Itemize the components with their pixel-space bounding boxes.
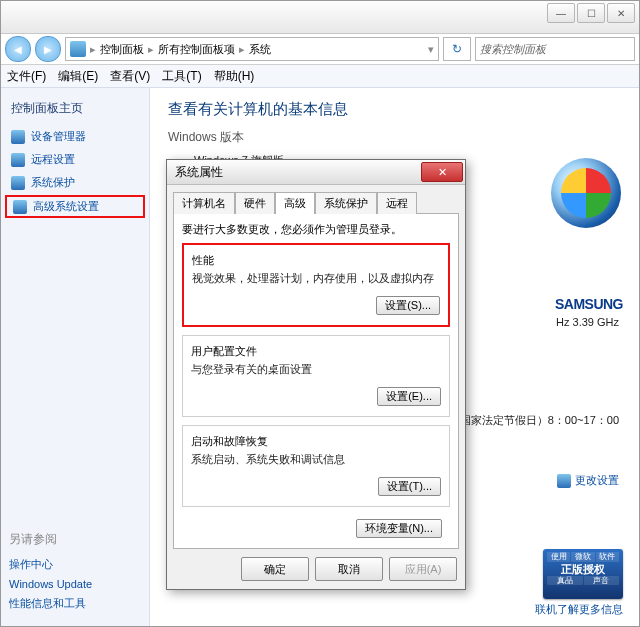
performance-settings-button[interactable]: 设置(S)... [376, 296, 440, 315]
shield-icon [11, 176, 25, 190]
cancel-button[interactable]: 取消 [315, 557, 383, 581]
sidebar-item-protection[interactable]: 系统保护 [1, 171, 149, 194]
see-also-header: 另请参阅 [9, 531, 141, 548]
edition-label: Windows 版本 [168, 129, 621, 146]
profiles-settings-button[interactable]: 设置(E)... [377, 387, 441, 406]
sidebar: 控制面板主页 设备管理器 远程设置 系统保护 高级系统设置 另请参阅 操作中心 … [1, 88, 150, 627]
environment-variables-button[interactable]: 环境变量(N)... [356, 519, 442, 538]
refresh-button[interactable]: ↻ [443, 37, 471, 61]
tab-system-protection[interactable]: 系统保护 [315, 192, 377, 214]
sidebar-item-device-manager[interactable]: 设备管理器 [1, 125, 149, 148]
sidebar-item-label: 设备管理器 [31, 129, 86, 144]
search-input[interactable]: 搜索控制面板 [475, 37, 635, 61]
sidebar-item-label: 系统保护 [31, 175, 75, 190]
sidebar-item-label: 远程设置 [31, 152, 75, 167]
tab-advanced[interactable]: 高级 [275, 192, 315, 214]
breadcrumb-seg[interactable]: 系统 [249, 42, 271, 57]
titlebar: — ☐ ✕ [1, 1, 639, 34]
badge-cell: 真品 [547, 576, 583, 586]
genuine-badge: 使用微软软件 正版授权 真品声音 [543, 549, 623, 599]
breadcrumb-seg[interactable]: 控制面板 [100, 42, 144, 57]
page-title: 查看有关计算机的基本信息 [168, 100, 621, 119]
menu-view[interactable]: 查看(V) [110, 68, 150, 85]
support-hours: 国家法定节假日）8：00~17：00 [460, 413, 619, 428]
dialog-close-button[interactable]: ✕ [421, 162, 463, 182]
link-performance-info[interactable]: 性能信息和工具 [9, 593, 141, 614]
admin-note: 要进行大多数更改，您必须作为管理员登录。 [182, 222, 450, 237]
shield-icon [557, 474, 571, 488]
system-properties-dialog: 系统属性 ✕ 计算机名 硬件 高级 系统保护 远程 要进行大多数更改，您必须作为… [166, 159, 466, 590]
minimize-button[interactable]: — [547, 3, 575, 23]
link-windows-update[interactable]: Windows Update [9, 575, 141, 593]
windows-logo-icon [551, 158, 621, 228]
group-user-profiles: 用户配置文件 与您登录有关的桌面设置 设置(E)... [182, 335, 450, 417]
link-action-center[interactable]: 操作中心 [9, 554, 141, 575]
menu-file[interactable]: 文件(F) [7, 68, 46, 85]
badge-cell: 使用 [547, 552, 570, 562]
ok-button[interactable]: 确定 [241, 557, 309, 581]
breadcrumb-seg[interactable]: 所有控制面板项 [158, 42, 235, 57]
link-label: 更改设置 [575, 473, 619, 488]
badge-cell: 软件 [596, 552, 619, 562]
group-title: 启动和故障恢复 [191, 434, 441, 449]
sidebar-item-remote[interactable]: 远程设置 [1, 148, 149, 171]
change-settings-link[interactable]: 更改设置 [557, 473, 619, 488]
menu-edit[interactable]: 编辑(E) [58, 68, 98, 85]
dialog-buttons: 确定 取消 应用(A) [167, 549, 465, 589]
close-button[interactable]: ✕ [607, 3, 635, 23]
menu-bar: 文件(F) 编辑(E) 查看(V) 工具(T) 帮助(H) [1, 65, 639, 88]
sidebar-header: 控制面板主页 [1, 96, 149, 125]
shield-icon [11, 130, 25, 144]
oem-brand: SAMSUNG [555, 296, 623, 312]
group-title: 用户配置文件 [191, 344, 441, 359]
sidebar-item-label: 高级系统设置 [33, 199, 99, 214]
cpu-speed: Hz 3.39 GHz [556, 316, 619, 328]
tab-remote[interactable]: 远程 [377, 192, 417, 214]
address-bar: ◀ ▶ ▸ 控制面板 ▸ 所有控制面板项 ▸ 系统 ▾ ↻ 搜索控制面板 [1, 34, 639, 65]
shield-icon [13, 200, 27, 214]
tab-panel-advanced: 要进行大多数更改，您必须作为管理员登录。 性能 视觉效果，处理器计划，内存使用，… [173, 213, 459, 549]
chevron-right-icon: ▸ [90, 43, 96, 56]
group-desc: 系统启动、系统失败和调试信息 [191, 452, 441, 467]
breadcrumb[interactable]: ▸ 控制面板 ▸ 所有控制面板项 ▸ 系统 ▾ [65, 37, 439, 61]
system-window: — ☐ ✕ ◀ ▶ ▸ 控制面板 ▸ 所有控制面板项 ▸ 系统 ▾ ↻ 搜索控制… [0, 0, 640, 627]
badge-cell: 微软 [571, 552, 594, 562]
nav-forward-button[interactable]: ▶ [35, 36, 61, 62]
group-desc: 与您登录有关的桌面设置 [191, 362, 441, 377]
computer-icon [70, 41, 86, 57]
learn-more-link[interactable]: 联机了解更多信息 [535, 602, 623, 617]
shield-icon [11, 153, 25, 167]
dialog-titlebar: 系统属性 ✕ [167, 160, 465, 185]
chevron-down-icon[interactable]: ▾ [428, 43, 434, 56]
sidebar-see-also: 另请参阅 操作中心 Windows Update 性能信息和工具 [9, 531, 141, 614]
chevron-right-icon: ▸ [148, 43, 154, 56]
tab-computer-name[interactable]: 计算机名 [173, 192, 235, 214]
tab-strip: 计算机名 硬件 高级 系统保护 远程 [167, 185, 465, 213]
group-startup-recovery: 启动和故障恢复 系统启动、系统失败和调试信息 设置(T)... [182, 425, 450, 507]
group-title: 性能 [192, 253, 440, 268]
group-desc: 视觉效果，处理器计划，内存使用，以及虚拟内存 [192, 271, 440, 286]
menu-help[interactable]: 帮助(H) [214, 68, 255, 85]
chevron-right-icon: ▸ [239, 43, 245, 56]
tab-hardware[interactable]: 硬件 [235, 192, 275, 214]
badge-title: 正版授权 [547, 563, 619, 576]
nav-back-button[interactable]: ◀ [5, 36, 31, 62]
startup-settings-button[interactable]: 设置(T)... [378, 477, 441, 496]
menu-tools[interactable]: 工具(T) [162, 68, 201, 85]
apply-button[interactable]: 应用(A) [389, 557, 457, 581]
maximize-button[interactable]: ☐ [577, 3, 605, 23]
sidebar-item-advanced[interactable]: 高级系统设置 [5, 195, 145, 218]
group-performance: 性能 视觉效果，处理器计划，内存使用，以及虚拟内存 设置(S)... [182, 243, 450, 327]
env-row: 环境变量(N)... [182, 515, 450, 538]
dialog-title: 系统属性 [175, 164, 223, 181]
badge-cell: 声音 [584, 576, 620, 586]
